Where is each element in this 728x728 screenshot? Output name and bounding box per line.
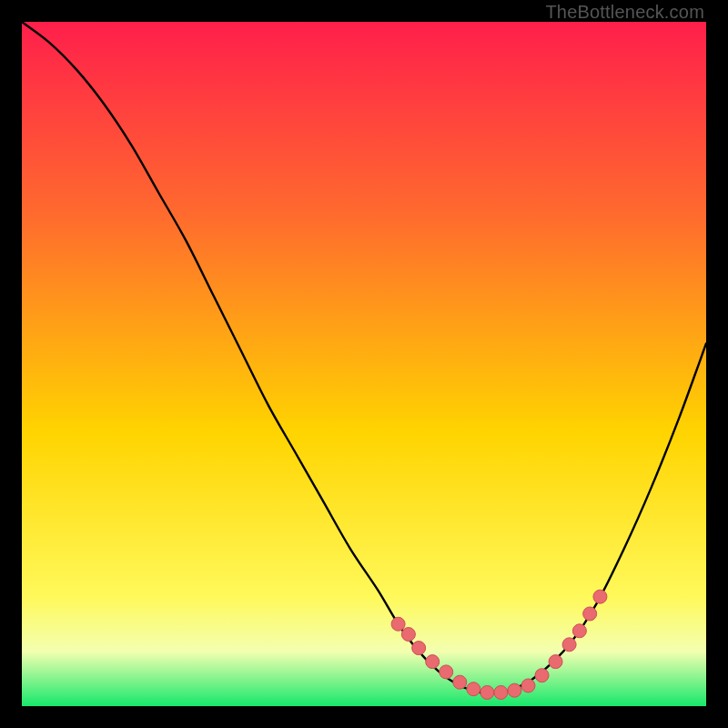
- highlight-dot: [401, 628, 415, 642]
- highlight-dot: [583, 607, 597, 621]
- highlight-dot: [426, 655, 440, 669]
- chart-background-gradient: [22, 22, 706, 706]
- highlight-dot: [453, 675, 467, 689]
- highlight-dot: [494, 685, 508, 699]
- watermark-text: TheBottleneck.com: [545, 2, 704, 23]
- highlight-dot: [535, 669, 549, 682]
- highlight-dot: [593, 590, 607, 603]
- highlight-dot: [521, 679, 535, 693]
- highlight-dot: [572, 624, 586, 638]
- highlight-dot: [391, 617, 405, 631]
- highlight-dot: [508, 683, 521, 697]
- highlight-dot: [467, 682, 480, 696]
- highlight-dot: [440, 665, 453, 679]
- highlight-dot: [480, 685, 494, 699]
- highlight-dot: [562, 638, 576, 652]
- chart-frame: [22, 22, 706, 706]
- highlight-dot: [549, 655, 562, 669]
- highlight-dot: [412, 642, 426, 655]
- bottleneck-chart: [22, 22, 706, 706]
